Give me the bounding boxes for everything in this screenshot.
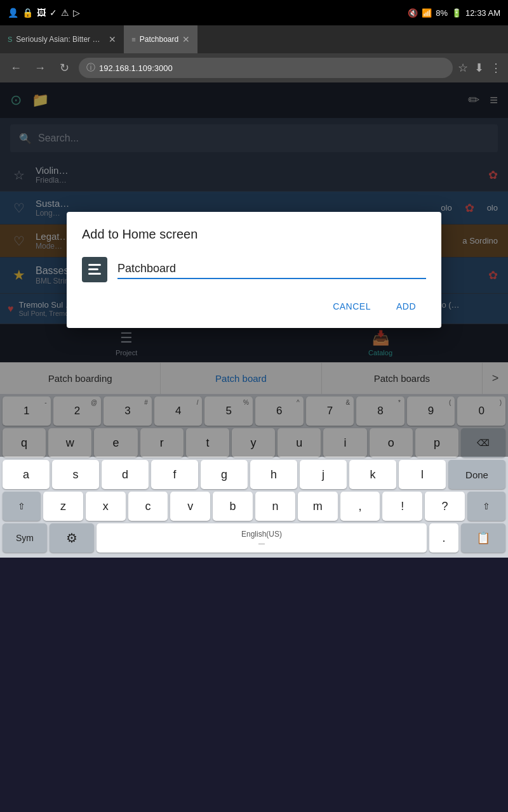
browser-actions: ☆ ⬇ ⋮ [458, 61, 502, 75]
tab-label-1: Seriously Asian: Bitter Mel… [16, 35, 105, 44]
tab-favicon-2: ≡ [131, 36, 135, 43]
shift-right-button[interactable]: ⇧ [467, 492, 505, 521]
key-v[interactable]: v [170, 492, 210, 521]
url-text: 192.168.1.109:3000 [99, 63, 173, 73]
tab-close-2[interactable]: ✕ [182, 34, 190, 44]
key-j[interactable]: j [300, 460, 347, 489]
key-l[interactable]: l [399, 460, 446, 489]
key-f[interactable]: f [151, 460, 198, 489]
info-icon: ⓘ [86, 62, 95, 74]
tab-patchboard[interactable]: ≡ Patchboard ✕ [124, 25, 197, 53]
star-icon[interactable]: ☆ [458, 61, 468, 75]
language-label: English(US) [241, 530, 282, 539]
key-c[interactable]: c [128, 492, 168, 521]
clock: 12:33 AM [465, 8, 500, 18]
dialog-overlay: Add to Home screen CANCEL ADD [0, 82, 508, 457]
tabs-bar: S Seriously Asian: Bitter Mel… ✕ ≡ Patch… [0, 25, 508, 53]
key-s[interactable]: s [52, 460, 99, 489]
status-bar: 👤 🔒 🖼 ✓ ⚠ ▷ 🔇 📶 8% 🔋 12:33 AM [0, 0, 508, 25]
mute-icon: 🔇 [408, 8, 418, 18]
app-content: ⊙ 📁 ✏ ≡ 🔍 Search... ☆ Violin… Friedla… ✿… [0, 82, 508, 362]
lock-icon: 🔒 [22, 8, 33, 18]
more-icon[interactable]: ⋮ [490, 61, 502, 75]
key-h[interactable]: h [250, 460, 297, 489]
tab-favicon-1: S [8, 36, 12, 43]
play-icon: ▷ [73, 8, 80, 18]
dialog-actions: CANCEL ADD [82, 295, 426, 318]
battery-percent: 8% [436, 8, 448, 18]
status-icons-left: 👤 🔒 🖼 ✓ ⚠ ▷ [8, 8, 80, 18]
dialog-app-icon [82, 257, 107, 282]
dialog-title: Add to Home screen [82, 227, 426, 242]
tab-close-1[interactable]: ✕ [109, 34, 116, 44]
tab-seriously-asian[interactable]: S Seriously Asian: Bitter Mel… ✕ [0, 25, 124, 53]
forward-button[interactable]: → [30, 62, 50, 75]
keyboard-zxcv-row: ⇧ z x c v b n m , ! ? ⇧ [0, 489, 508, 521]
cancel-button[interactable]: CANCEL [323, 295, 381, 318]
key-b[interactable]: b [213, 492, 253, 521]
dialog-name-input[interactable] [117, 259, 426, 279]
key-a[interactable]: a [3, 460, 50, 489]
keyboard-bottom-row: Sym ⚙ English(US) — . 📋 [0, 521, 508, 558]
add-button[interactable]: ADD [386, 295, 426, 318]
keyboard-asdf-row: a s d f g h j k l Done [0, 457, 508, 489]
key-period-bottom[interactable]: . [429, 523, 458, 553]
back-button[interactable]: ← [6, 62, 25, 75]
space-bar: — [258, 540, 265, 547]
key-z[interactable]: z [43, 492, 83, 521]
key-n[interactable]: n [255, 492, 295, 521]
icon-line-1 [88, 264, 101, 266]
reload-button[interactable]: ↻ [55, 61, 74, 75]
key-exclaim-bottom[interactable]: ! [382, 492, 422, 521]
image-icon: 🖼 [37, 8, 46, 18]
key-m[interactable]: m [298, 492, 338, 521]
download-icon[interactable]: ⬇ [474, 61, 484, 75]
check-icon: ✓ [50, 8, 57, 18]
url-bar[interactable]: ⓘ 192.168.1.109:3000 [79, 58, 453, 78]
done-button[interactable]: Done [448, 460, 505, 489]
key-d[interactable]: d [102, 460, 149, 489]
wifi-icon: 📶 [422, 8, 432, 18]
dialog-input-row [82, 257, 426, 282]
browser-chrome: S Seriously Asian: Bitter Mel… ✕ ≡ Patch… [0, 25, 508, 82]
dialog: Add to Home screen CANCEL ADD [67, 212, 441, 328]
address-bar: ← → ↻ ⓘ 192.168.1.109:3000 ☆ ⬇ ⋮ [0, 53, 508, 82]
shift-left-button[interactable]: ⇧ [3, 492, 41, 521]
icon-line-3 [88, 273, 101, 275]
sym-button[interactable]: Sym [3, 523, 47, 553]
battery-icon: 🔋 [451, 8, 462, 18]
status-icons-right: 🔇 📶 8% 🔋 12:33 AM [408, 8, 500, 18]
dialog-icon-lines [83, 259, 106, 280]
key-question-bottom[interactable]: ? [425, 492, 465, 521]
space-button[interactable]: English(US) — [97, 523, 427, 553]
key-k[interactable]: k [349, 460, 396, 489]
warning-icon: ⚠ [61, 8, 69, 18]
key-g[interactable]: g [201, 460, 248, 489]
person-icon: 👤 [8, 8, 18, 18]
key-comma-bottom[interactable]: , [340, 492, 380, 521]
clipboard-button[interactable]: 📋 [461, 523, 505, 553]
settings-button[interactable]: ⚙ [50, 523, 94, 553]
icon-line-2 [88, 268, 98, 270]
key-x[interactable]: x [86, 492, 126, 521]
tab-label-2: Patchboard [140, 35, 178, 44]
